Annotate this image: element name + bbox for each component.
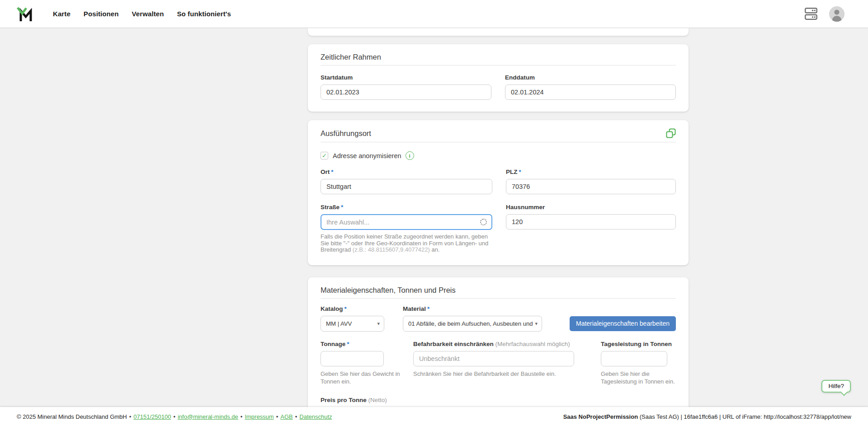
nav-item-positionen[interactable]: Positionen	[84, 10, 119, 18]
info-icon[interactable]: i	[406, 151, 414, 160]
person-icon	[829, 6, 844, 22]
plz-label: PLZ*	[506, 168, 676, 176]
enddatum-input[interactable]	[505, 84, 676, 100]
separator-dot: •	[241, 413, 243, 420]
material-label: Material*	[403, 305, 542, 313]
user-avatar-button[interactable]	[829, 6, 844, 22]
separator-dot: •	[276, 413, 278, 420]
chevron-down-icon: ▾	[535, 321, 538, 327]
strasse-label: Straße*	[321, 203, 492, 211]
section-materialeigenschaften: Materialeigenschaften, Tonnen und Preis …	[308, 277, 689, 426]
environment-details: (Saas Test AG) | 16fae1ffc6a6 | URL of i…	[638, 413, 851, 420]
section-ausfuehrungsort: Ausführungsort ✓ Adresse anonymisieren i…	[308, 120, 689, 265]
brand-logo[interactable]	[17, 6, 33, 22]
top-nav-bar: Karte Positionen Verwalten So funktionie…	[0, 0, 868, 28]
required-asterisk: *	[344, 305, 347, 312]
tonnage-input[interactable]	[321, 351, 384, 366]
tonnage-field: Tonnage* Geben Sie hier das Gewicht in T…	[321, 340, 384, 385]
hausnummer-label: Hausnummer	[506, 203, 676, 211]
footer-left: © 2025 Mineral Minds Deutschland GmbH • …	[17, 413, 332, 420]
tonnage-label: Tonnage*	[321, 340, 384, 348]
footer-link-datenschutz[interactable]: Datenschutz	[299, 413, 332, 420]
strasse-input-wrapper	[321, 214, 492, 230]
footer-link-phone[interactable]: 07151/250100	[133, 413, 171, 420]
ort-label: Ort*	[321, 168, 492, 176]
anonymize-row: ✓ Adresse anonymisieren i	[321, 151, 676, 160]
katalog-select[interactable]: MM | AVV ▾	[321, 316, 384, 332]
footer-bar: © 2025 Mineral Minds Deutschland GmbH • …	[0, 407, 868, 426]
help-button[interactable]: Hilfe?	[821, 380, 851, 393]
befahrbarkeit-label: Befahrbarkeit einschränken (Mehrfachausw…	[413, 340, 574, 348]
ort-input[interactable]	[321, 179, 492, 194]
main-nav: Karte Positionen Verwalten So funktionie…	[53, 10, 231, 18]
footer-link-agb[interactable]: AGB	[280, 413, 292, 420]
footer-link-impressum[interactable]: Impressum	[245, 413, 274, 420]
katalog-field: Katalog* MM | AVV ▾	[321, 305, 384, 332]
nav-item-verwalten[interactable]: Verwalten	[132, 10, 164, 18]
chevron-down-icon: ▾	[377, 321, 380, 327]
section-divider	[321, 142, 676, 142]
required-asterisk: *	[331, 169, 333, 175]
tagesleistung-input[interactable]	[601, 351, 667, 366]
separator-dot: •	[295, 413, 297, 420]
strasse-field: Straße* Falls die Position keiner Straße…	[321, 203, 492, 253]
checkmark-icon: ✓	[322, 153, 327, 159]
anonymize-label: Adresse anonymisieren	[333, 152, 401, 159]
app-root: Karte Positionen Verwalten So funktionie…	[0, 0, 868, 426]
hausnummer-field: Hausnummer	[506, 203, 676, 253]
plz-input[interactable]	[506, 179, 676, 194]
previous-section-card-bottom	[308, 28, 689, 36]
startdatum-input[interactable]	[321, 84, 491, 100]
nav-item-karte[interactable]: Karte	[53, 10, 71, 18]
katalog-label: Katalog*	[321, 305, 384, 313]
nav-item-so-funktionierts[interactable]: So funktioniert's	[177, 10, 231, 18]
copy-icon[interactable]	[666, 128, 676, 138]
tagesleistung-field: Tagesleistung in Tonnen Geben Sie hier d…	[601, 340, 667, 385]
startdatum-label: Startdatum	[321, 74, 491, 81]
server-stack-button[interactable]	[805, 8, 817, 20]
befahrbarkeit-input[interactable]	[413, 351, 574, 366]
section-title-ausfuehrungsort: Ausführungsort	[321, 129, 371, 138]
required-asterisk: *	[347, 341, 349, 347]
plz-field: PLZ*	[506, 168, 676, 194]
environment-name: Saas NoProjectPermission	[563, 413, 638, 420]
required-asterisk: *	[341, 204, 343, 211]
copyright-text: © 2025 Mineral Minds Deutschland GmbH	[17, 413, 127, 420]
section-title-materialeigenschaften: Materialeigenschaften, Tonnen und Preis	[321, 286, 676, 295]
strasse-input[interactable]	[326, 219, 480, 226]
environment-info: Saas NoProjectPermission (Saas Test AG) …	[563, 413, 851, 420]
enddatum-field: Enddatum	[505, 74, 676, 100]
edit-material-properties-button[interactable]: Materialeigenschaften bearbeiten	[570, 316, 676, 331]
section-zeitlicher-rahmen: Zeitlicher Rahmen Startdatum Enddatum	[308, 44, 689, 112]
strasse-hint: Falls die Position keiner Straße zugeord…	[321, 234, 492, 253]
befahrbarkeit-hint: Schränken Sie hier die Befahrbarkeit der…	[413, 370, 562, 378]
loading-spinner-icon	[480, 219, 487, 225]
required-asterisk: *	[519, 169, 521, 175]
tagesleistung-label: Tagesleistung in Tonnen	[601, 340, 667, 348]
footer-link-email[interactable]: info@mineral-minds.de	[178, 413, 238, 420]
material-field: Material* 01 Abfälle, die beim Aufsuchen…	[403, 305, 542, 332]
tagesleistung-hint: Geben Sie hier die Tagesleistung in Tonn…	[601, 370, 680, 385]
required-asterisk: *	[427, 305, 429, 312]
startdatum-field: Startdatum	[321, 74, 491, 100]
section-title-zeitlicher-rahmen: Zeitlicher Rahmen	[321, 52, 676, 61]
separator-dot: •	[129, 413, 132, 420]
befahrbarkeit-field: Befahrbarkeit einschränken (Mehrfachausw…	[413, 340, 574, 378]
server-stack-icon	[805, 8, 817, 20]
separator-dot: •	[173, 413, 175, 420]
preis-label: Preis pro Tonne (Netto)	[321, 396, 676, 404]
hausnummer-input[interactable]	[506, 214, 676, 229]
anonymize-checkbox[interactable]: ✓	[321, 152, 328, 159]
section-divider	[321, 298, 676, 299]
material-select[interactable]: 01 Abfälle, die beim Aufsuchen, Ausbeute…	[403, 316, 542, 332]
ort-field: Ort*	[321, 168, 492, 194]
section-divider	[321, 65, 676, 66]
form-column: Zeitlicher Rahmen Startdatum Enddatum Au…	[308, 28, 689, 426]
tonnage-hint: Geben Sie hier das Gewicht in Tonnen ein…	[321, 370, 401, 385]
enddatum-label: Enddatum	[505, 74, 676, 81]
